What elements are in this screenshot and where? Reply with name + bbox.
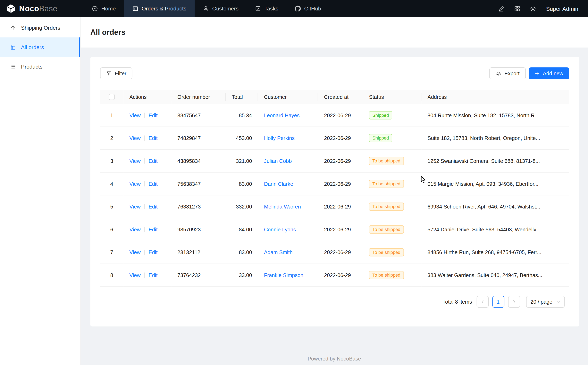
view-link[interactable]: View — [129, 227, 141, 233]
main-area: All orders Filter — [81, 17, 588, 365]
edit-link[interactable]: Edit — [149, 204, 158, 210]
view-link[interactable]: View — [129, 204, 141, 210]
action-divider — [145, 204, 145, 210]
page-title: All orders — [90, 28, 125, 37]
actions-cell: ViewEdit — [123, 172, 171, 195]
address-cell: Suite 182, 15783, North Robert, Oregon, … — [421, 127, 569, 150]
total-cell: 33.00 — [226, 264, 258, 287]
add-new-button[interactable]: Add new — [529, 67, 569, 79]
table-row: 4 ViewEdit 75638347 83.00 Darin Clarke 2… — [100, 172, 569, 195]
actions-cell: ViewEdit — [123, 104, 171, 127]
customer-link[interactable]: Leonard Hayes — [264, 112, 300, 118]
app: NocoBase Home Orders & Products — [0, 0, 588, 365]
total-cell: 85.34 — [226, 104, 258, 127]
orders-file-icon — [10, 44, 16, 50]
edit-link[interactable]: Edit — [149, 135, 158, 141]
edit-link[interactable]: Edit — [149, 227, 158, 233]
customer-link[interactable]: Connie Lyons — [264, 227, 296, 233]
select-all-checkbox[interactable] — [109, 94, 115, 100]
column-header-customer: Customer — [258, 90, 318, 104]
edit-link[interactable]: Edit — [149, 158, 158, 164]
action-divider — [145, 273, 145, 278]
page-header: All orders — [81, 17, 588, 48]
customer-link[interactable]: Darin Clarke — [264, 181, 293, 187]
table-row: 3 ViewEdit 43895834 321.00 Julian Cobb 2… — [100, 150, 569, 173]
export-button[interactable]: Export — [489, 67, 526, 79]
view-link[interactable]: View — [129, 135, 141, 141]
page-size-select[interactable]: 20 / page — [526, 296, 565, 308]
table-row: 6 ViewEdit 98570923 84.00 Connie Lyons 2… — [100, 218, 569, 241]
table-row: 5 ViewEdit 76381273 332.00 Melinda Warre… — [100, 195, 569, 218]
logo-cube-icon — [6, 4, 16, 14]
sidebar-item-products[interactable]: Products — [0, 57, 80, 76]
customer-cell: Adam Smith — [258, 241, 318, 264]
sidebar-item-label: Products — [21, 64, 42, 70]
edit-link[interactable]: Edit — [149, 272, 158, 278]
view-link[interactable]: View — [129, 181, 141, 187]
nav-item-tasks[interactable]: Tasks — [247, 0, 286, 17]
action-divider — [145, 227, 145, 232]
actions-cell: ViewEdit — [123, 127, 171, 150]
logo-text: NocoBase — [19, 4, 57, 13]
page-1-button[interactable]: 1 — [492, 296, 504, 308]
column-header-created-at: Created at — [318, 90, 363, 104]
order-number-cell: 98570923 — [171, 218, 225, 241]
nav-item-customers[interactable]: Customers — [195, 0, 247, 17]
created-at-cell: 2022-06-29 — [318, 104, 363, 127]
settings-gear-icon[interactable] — [530, 6, 536, 12]
order-number-cell: 23132112 — [171, 241, 225, 264]
pagination-total: Total 8 items — [443, 299, 472, 305]
arrow-up-icon — [10, 25, 16, 31]
row-index: 5 — [100, 195, 123, 218]
sidebar: Shipping Orders All orders Products — [0, 17, 81, 365]
edit-link[interactable]: Edit — [149, 181, 158, 187]
order-number-cell: 76381273 — [171, 195, 225, 218]
status-badge: To be shipped — [369, 203, 404, 211]
nav-item-github[interactable]: GitHub — [287, 0, 329, 17]
highlighter-icon[interactable] — [498, 6, 504, 12]
view-link[interactable]: View — [129, 272, 141, 278]
user-menu[interactable]: Super Admin — [546, 6, 578, 12]
view-link[interactable]: View — [129, 158, 141, 164]
pagination: Total 8 items 1 20 / page — [100, 296, 569, 308]
main-menu: Home Orders & Products Customers — [84, 0, 329, 17]
view-link[interactable]: View — [129, 112, 141, 118]
nav-item-home[interactable]: Home — [84, 0, 124, 17]
customer-link[interactable]: Adam Smith — [264, 249, 293, 255]
orders-table: Actions Order number Total Customer Crea… — [100, 90, 569, 287]
view-link[interactable]: View — [129, 249, 141, 255]
edit-link[interactable]: Edit — [149, 249, 158, 255]
next-page-button[interactable] — [508, 296, 520, 308]
address-cell: 5724 Daniel Drive, Suite 563, 54403, Wen… — [421, 218, 569, 241]
status-badge: To be shipped — [369, 248, 404, 257]
nocobase-logo[interactable]: NocoBase — [0, 4, 57, 14]
nav-label: Orders & Products — [142, 6, 186, 11]
customer-link[interactable]: Frankie Simpson — [264, 272, 303, 278]
customer-link[interactable]: Holly Perkins — [264, 135, 295, 141]
created-at-cell: 2022-06-29 — [318, 127, 363, 150]
customer-cell: Darin Clarke — [258, 172, 318, 195]
edit-link[interactable]: Edit — [149, 112, 158, 118]
content-area: Filter Export — [81, 48, 588, 326]
created-at-cell: 2022-06-29 — [318, 195, 363, 218]
customer-link[interactable]: Julian Cobb — [264, 158, 292, 164]
row-index: 8 — [100, 264, 123, 287]
column-header-order-number: Order number — [171, 90, 225, 104]
sidebar-item-all-orders[interactable]: All orders — [0, 37, 80, 57]
customer-link[interactable]: Melinda Warren — [264, 204, 301, 210]
action-divider — [145, 250, 145, 255]
nav-item-orders-products[interactable]: Orders & Products — [124, 0, 195, 17]
action-divider — [145, 136, 145, 141]
sidebar-item-shipping-orders[interactable]: Shipping Orders — [0, 18, 80, 37]
previous-page-button[interactable] — [477, 296, 489, 308]
column-header-address: Address — [421, 90, 569, 104]
column-header-status: Status — [363, 90, 422, 104]
filter-button[interactable]: Filter — [100, 67, 132, 79]
created-at-cell: 2022-06-29 — [318, 218, 363, 241]
chevron-down-icon — [556, 300, 560, 304]
address-cell: 804 Runte Mission, Suite 182, 15783, Nor… — [421, 104, 569, 127]
total-cell: 83.00 — [226, 172, 258, 195]
address-cell: 1252 Swaniawski Corners, Suite 688, 8137… — [421, 150, 569, 173]
table-row: 2 ViewEdit 74829847 453.00 Holly Perkins… — [100, 127, 569, 150]
plugins-icon[interactable] — [514, 6, 520, 11]
